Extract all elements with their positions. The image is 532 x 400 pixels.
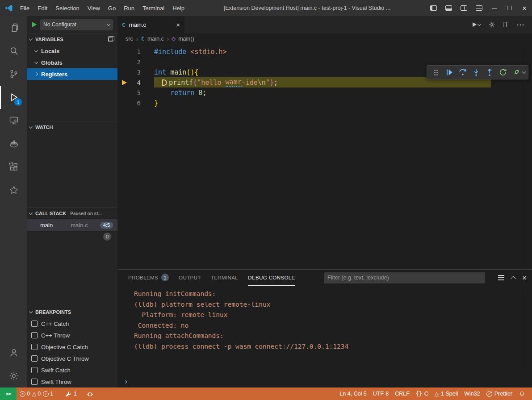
breakpoint-objc-throw[interactable]: Objective C Throw [27,353,117,364]
code-editor[interactable]: 1 #include <stdio.h> 2 3 int main(){ [117,45,532,269]
chevron-down-icon[interactable] [522,70,526,73]
eol-indicator[interactable]: CRLF [392,388,413,400]
star-icon[interactable] [0,179,27,202]
close-tab-icon[interactable]: × [176,21,180,29]
step-over-button[interactable] [457,66,469,79]
open-view-icon[interactable] [108,38,113,42]
encoding-indicator[interactable]: UTF-8 [370,388,392,400]
menu-item-terminal[interactable]: Terminal [138,0,168,16]
customize-layout-icon[interactable] [471,0,486,16]
search-icon[interactable] [0,39,27,62]
accounts-icon[interactable] [0,341,27,364]
language-mode[interactable]: {} C [413,388,431,400]
chevron-down-icon [29,125,33,128]
variables-scope-globals[interactable]: Globals [27,57,117,68]
variables-header[interactable]: VARIABLES [27,33,117,45]
debug-console-output[interactable]: Running initCommands: (lldb) platform se… [117,286,532,375]
checkbox[interactable] [31,344,38,350]
stack-frame-row[interactable]: main main.c 4:5 [27,219,117,231]
watch-header[interactable]: WATCH [27,121,117,133]
console-line: Running initCommands: [134,289,532,300]
breakpoint-swift-throw[interactable]: Swift Throw [27,376,117,388]
more-actions-icon[interactable]: ··· [517,21,525,29]
run-or-debug-button[interactable] [473,22,481,27]
docker-icon[interactable] [0,132,27,155]
console-settings-icon[interactable] [498,277,504,278]
toggle-panel-icon[interactable] [441,0,456,16]
continue-button[interactable] [443,66,456,79]
maximize-panel-icon[interactable] [511,276,515,281]
extensions-icon[interactable] [0,155,27,179]
menu-item-selection[interactable]: Selection [51,0,83,16]
menu-item-go[interactable]: Go [104,0,120,16]
split-editor-icon[interactable] [503,22,509,27]
variables-scope-locals[interactable]: Locals [27,45,117,57]
settings-gear-icon[interactable] [0,364,27,388]
vscode-window: File Edit Selection View Go Run Terminal… [0,0,532,400]
console-filter-input[interactable] [324,272,485,283]
debug-config-dropdown[interactable]: No Configurat [40,19,113,30]
remote-indicator[interactable]: >< [0,388,17,400]
disconnect-button[interactable] [510,66,523,79]
editor-settings-gear-icon[interactable] [488,21,495,28]
problems-status[interactable]: ×0 △0 i1 [17,388,56,400]
formatter-status[interactable]: Prettier [483,388,515,400]
tab-output[interactable]: OUTPUT [179,270,201,286]
toolchain-status[interactable]: 1 [63,388,80,400]
start-debug-icon[interactable] [32,22,37,27]
menu-item-run[interactable]: Run [120,0,138,16]
run-and-debug-icon[interactable]: 1 [0,86,27,109]
breadcrumb-symbol[interactable]: main() [178,36,194,42]
step-out-button[interactable] [483,66,496,79]
breadcrumb-file[interactable]: main.c [147,36,164,42]
checkbox[interactable] [31,332,38,338]
maximize-button[interactable] [502,0,517,16]
breadcrumb-folder[interactable]: src [126,36,133,42]
code-line-1: 1 #include <stdio.h> [117,46,532,57]
inline-breakpoint-icon[interactable] [162,79,167,86]
tab-main-c[interactable]: C main.c × [117,16,184,33]
breakpoint-gutter[interactable] [117,80,131,85]
console-input-prompt[interactable]: › [117,375,532,388]
console-line: Running attachCommands: [134,331,532,342]
source-control-icon[interactable] [0,62,27,86]
breakpoint-objc-catch[interactable]: Objective C Catch [27,341,117,353]
menu-item-file[interactable]: File [16,0,34,16]
panel-header: PROBLEMS 1 OUTPUT TERMINAL DEBUG CONSOLE… [117,270,532,286]
checkbox[interactable] [31,355,38,362]
console-line: (lldb) process connect -p wasm connect:/… [134,342,532,352]
tab-terminal[interactable]: TERMINAL [211,270,238,286]
toggle-secondary-sidebar-icon[interactable] [456,0,471,16]
toggle-sidebar-icon[interactable] [426,0,441,16]
breakpoint-cpp-catch[interactable]: C++ Catch [27,318,117,329]
close-panel-icon[interactable]: × [522,274,527,282]
menu-item-edit[interactable]: Edit [34,0,51,16]
debug-status[interactable] [84,388,96,400]
variables-scope-registers[interactable]: Registers [27,68,117,80]
minimize-button[interactable] [486,0,502,16]
spell-checker-status[interactable]: △ 1 Spell [431,388,461,400]
explorer-icon[interactable] [0,16,27,39]
cursor-position[interactable]: Ln 4, Col 5 [336,388,369,400]
scope-label: Registers [41,71,67,78]
platform-indicator[interactable]: Win32 [461,388,483,400]
call-stack-header[interactable]: CALL STACK Paused on st... [27,208,117,219]
tab-debug-console[interactable]: DEBUG CONSOLE [248,270,295,286]
checkbox[interactable] [31,367,38,373]
remote-explorer-icon[interactable] [0,109,27,132]
breakpoint-cpp-throw[interactable]: C++ Throw [27,329,117,341]
checkbox[interactable] [31,321,38,327]
toolbar-drag-handle[interactable] [430,66,442,79]
line-number: 5 [131,89,141,96]
step-into-button[interactable] [470,66,482,79]
checkbox[interactable] [31,379,38,385]
breakpoint-swift-catch[interactable]: Swift Catch [27,364,117,376]
tab-problems[interactable]: PROBLEMS 1 [128,270,169,286]
breakpoints-header[interactable]: BREAKPOINTS [27,306,117,318]
close-window-button[interactable]: × [517,0,532,16]
notifications-bell[interactable] [515,388,528,400]
menu-item-help[interactable]: Help [168,0,189,16]
code-text: #include <stdio.h> [141,48,227,56]
menu-item-view[interactable]: View [84,0,104,16]
restart-button[interactable] [497,66,509,79]
